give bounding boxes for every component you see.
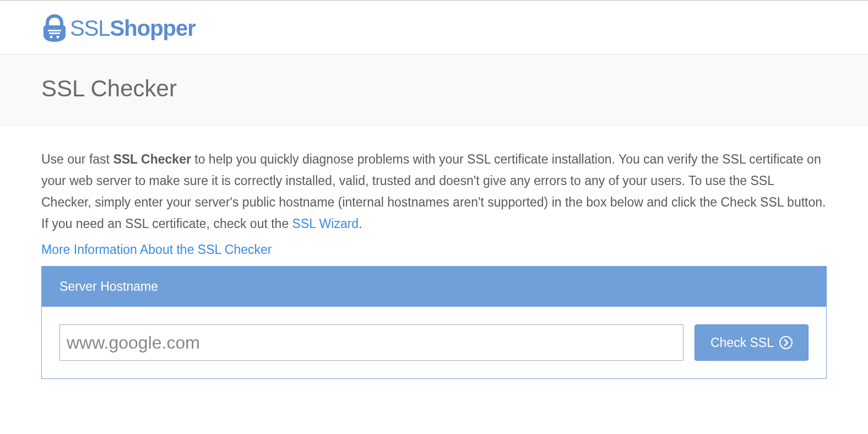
svg-point-2 bbox=[50, 36, 53, 39]
check-button-label: Check SSL bbox=[710, 335, 774, 350]
form-header: Server Hostname bbox=[42, 267, 826, 307]
logo[interactable]: SSLShopper bbox=[41, 13, 827, 43]
more-info-link[interactable]: More Information About the SSL Checker bbox=[41, 242, 827, 257]
form-header-label: Server Hostname bbox=[59, 279, 158, 294]
svg-rect-0 bbox=[48, 30, 61, 31]
svg-point-4 bbox=[780, 337, 792, 349]
svg-point-3 bbox=[57, 36, 59, 39]
desc-part1: Use our fast bbox=[41, 152, 113, 166]
description-text: Use our fast SSL Checker to help you qui… bbox=[41, 149, 827, 235]
logo-shopper-text: Shopper bbox=[110, 16, 196, 40]
title-section: SSL Checker bbox=[0, 55, 868, 126]
ssl-wizard-link[interactable]: SSL Wizard bbox=[292, 216, 359, 231]
page-title: SSL Checker bbox=[41, 75, 827, 102]
lock-cart-icon bbox=[41, 13, 68, 43]
logo-text: SSLShopper bbox=[70, 16, 196, 41]
main-content: Use our fast SSL Checker to help you qui… bbox=[0, 126, 868, 390]
desc-bold: SSL Checker bbox=[113, 152, 191, 166]
svg-rect-1 bbox=[49, 32, 60, 34]
desc-part3: . bbox=[359, 216, 362, 231]
form-body: Check SSL bbox=[42, 307, 826, 378]
check-ssl-button[interactable]: Check SSL bbox=[695, 324, 809, 361]
site-header: SSLShopper bbox=[0, 0, 868, 55]
arrow-right-circle-icon bbox=[779, 336, 793, 349]
ssl-check-form: Server Hostname Check SSL bbox=[41, 266, 827, 379]
logo-ssl-text: SSL bbox=[70, 16, 110, 40]
hostname-input[interactable] bbox=[59, 324, 683, 361]
